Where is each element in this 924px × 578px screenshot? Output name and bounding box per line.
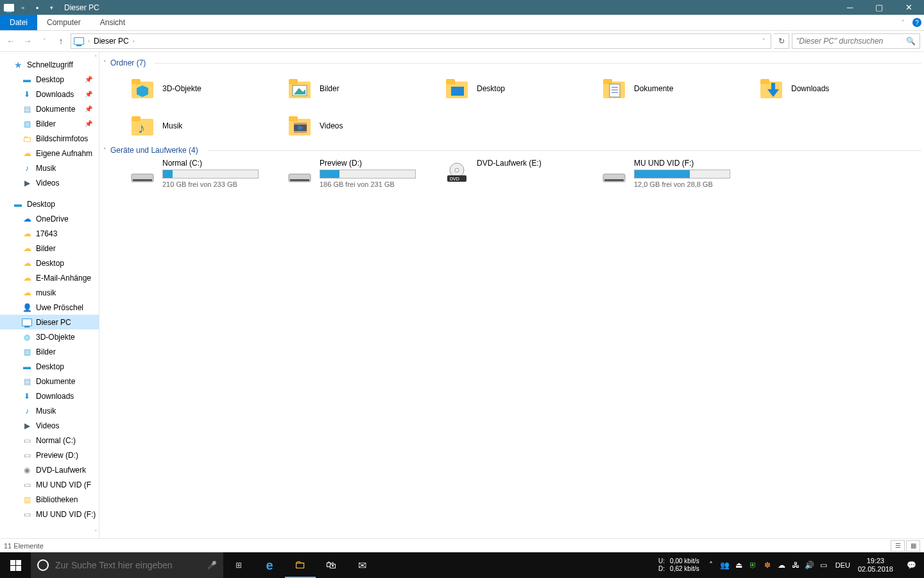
start-button[interactable] [0, 552, 31, 578]
nav-item[interactable]: ☁musik [0, 285, 99, 300]
nav-item[interactable]: ◉DVD-Laufwerk [0, 462, 99, 477]
drive-item[interactable]: MU UND VID (F:)12,0 GB frei von 28,8 GB [601, 156, 758, 193]
nav-desktop[interactable]: ▬Desktop📌 [0, 72, 99, 87]
cloud-icon: ☁ [22, 273, 32, 283]
breadcrumb[interactable]: Dieser PC [94, 37, 129, 46]
qat-icon-2[interactable]: ▫ [17, 2, 30, 13]
language-indicator[interactable]: DEU [833, 561, 853, 569]
taskbar-store[interactable]: 🛍 [316, 552, 346, 578]
drive-name: Normal (C:) [162, 159, 259, 168]
view-tiles-button[interactable]: ▦ [906, 540, 920, 552]
view-details-button[interactable]: ☰ [891, 540, 905, 552]
drive-item[interactable]: Preview (D:)186 GB frei von 231 GB [286, 156, 443, 193]
nav-item[interactable]: ◍3D-Objekte [0, 329, 99, 344]
up-button[interactable]: ↑ [54, 34, 68, 48]
taskbar-clock[interactable]: 19:23 02.05.2018 [853, 557, 898, 574]
folder-label: Musik [162, 121, 182, 130]
nav-item[interactable]: ☁Bilder [0, 241, 99, 256]
address-bar[interactable]: › Dieser PC › ˅ [71, 33, 771, 49]
minimize-button[interactable]: ─ [835, 0, 864, 15]
ime-icon[interactable]: ▭ [819, 561, 829, 570]
folder-item[interactable]: Downloads [758, 69, 915, 106]
nav-item[interactable]: ▬Desktop [0, 359, 99, 374]
nav-item[interactable]: ▭Normal (C:) [0, 433, 99, 448]
scroll-up-icon[interactable]: ˄ [94, 55, 98, 61]
search-input[interactable] [796, 37, 906, 46]
mic-icon[interactable]: 🎤 [207, 561, 217, 570]
nav-videos[interactable]: ▶Videos [0, 175, 99, 190]
qat-icon-3[interactable]: ▪ [31, 2, 44, 13]
folder-item[interactable]: Bilder [286, 69, 443, 106]
network-icon[interactable]: 🖧 [791, 561, 801, 570]
usb-icon[interactable]: ⏏ [734, 561, 744, 570]
nav-item[interactable]: ▶Videos [0, 418, 99, 433]
nav-item[interactable]: ▭Preview (D:) [0, 448, 99, 462]
people-icon[interactable]: 👥 [720, 561, 730, 570]
qat-icon-1[interactable] [3, 2, 15, 13]
windows-logo-icon [10, 560, 21, 571]
folder-item[interactable]: 3D-Objekte [129, 69, 286, 106]
nav-documents[interactable]: ▤Dokumente📌 [0, 101, 99, 116]
nav-quick-access[interactable]: ★Schnellzugriff [0, 57, 99, 72]
nav-item[interactable]: ▭MU UND VID (F [0, 477, 99, 492]
ribbon-collapse[interactable]: ˅ [896, 15, 910, 30]
forward-button[interactable]: → [21, 34, 35, 48]
taskbar-edge[interactable]: e [254, 552, 285, 578]
music-icon: ♪ [22, 406, 32, 416]
address-dropdown[interactable]: ˅ [760, 38, 768, 44]
pin-icon: 📌 [85, 76, 92, 83]
group-drives[interactable]: ˅ Geräte und Laufwerke (4) [103, 143, 921, 156]
task-view-button[interactable]: ⊞ [223, 552, 254, 578]
nav-item[interactable]: ☁E-Mail-Anhänge [0, 270, 99, 285]
shield-icon[interactable]: ⛨ [748, 561, 758, 570]
nav-libraries[interactable]: ▥Bibliotheken [0, 492, 99, 507]
nav-screenshots[interactable]: 🗀Bildschirmfotos [0, 131, 99, 146]
tab-computer[interactable]: Computer [37, 15, 90, 30]
nav-item[interactable]: ▤Dokumente [0, 374, 99, 389]
nav-user[interactable]: 👤Uwe Pröschel [0, 300, 99, 315]
refresh-button[interactable]: ↻ [774, 33, 789, 49]
taskbar-mail[interactable]: ✉ [346, 552, 377, 578]
nav-downloads[interactable]: ⬇Downloads📌 [0, 87, 99, 101]
folder-item[interactable]: Desktop [443, 69, 601, 106]
back-button[interactable]: ← [4, 34, 18, 48]
action-center-button[interactable]: 💬 [898, 561, 924, 570]
nav-this-pc[interactable]: Dieser PC [0, 315, 99, 329]
nav-item[interactable]: ▭MU UND VID (F:) [0, 507, 99, 521]
cortana-input[interactable] [55, 560, 201, 570]
nav-item[interactable]: ☁17643 [0, 226, 99, 241]
nav-recordings[interactable]: ☁Eigene Aufnahm [0, 146, 99, 161]
folder-item[interactable]: Dokumente [601, 69, 758, 106]
group-folders[interactable]: ˅ Ordner (7) [103, 56, 921, 69]
help-button[interactable]: ? [910, 15, 924, 30]
tab-view[interactable]: Ansicht [90, 15, 135, 30]
tray-up-icon[interactable]: ˄ [706, 561, 716, 570]
tab-file[interactable]: Datei [0, 15, 37, 30]
nav-item[interactable]: ♪Musik [0, 403, 99, 418]
folder-item[interactable]: Videos [286, 106, 443, 143]
taskbar-explorer[interactable]: 🗀 [285, 552, 316, 578]
nav-onedrive[interactable]: ☁OneDrive [0, 211, 99, 226]
nav-item[interactable]: ☁Desktop [0, 256, 99, 270]
nav-pictures[interactable]: ▧Bilder📌 [0, 116, 99, 131]
close-button[interactable]: ✕ [893, 0, 924, 15]
qat-dropdown[interactable]: ▾ [45, 2, 58, 13]
nav-music[interactable]: ♪Musik [0, 161, 99, 175]
scroll-down-icon[interactable]: ˅ [94, 529, 98, 536]
drive-name: MU UND VID (F:) [634, 159, 730, 168]
search-box[interactable]: 🔍 [792, 33, 920, 49]
folder-label: 3D-Objekte [162, 84, 201, 93]
drive-item[interactable]: DVDDVD-Laufwerk (E:) [443, 156, 601, 193]
volume-icon[interactable]: 🔊 [805, 561, 815, 570]
nav-desktop-root[interactable]: ▬Desktop [0, 197, 99, 211]
folder-item[interactable]: ♪Musik [129, 106, 286, 143]
nav-item[interactable]: ▧Bilder [0, 344, 99, 359]
onedrive-icon[interactable]: ☁ [776, 561, 787, 570]
recent-dropdown[interactable]: ˅ [37, 34, 51, 48]
drive-item[interactable]: Normal (C:)210 GB frei von 233 GB [129, 156, 286, 193]
maximize-button[interactable]: ▢ [864, 0, 893, 15]
nav-item[interactable]: ⬇Downloads [0, 389, 99, 403]
folder-icon [286, 112, 313, 139]
tray-icon[interactable]: ✽ [762, 561, 773, 570]
cortana-search[interactable]: 🎤 [31, 552, 223, 578]
